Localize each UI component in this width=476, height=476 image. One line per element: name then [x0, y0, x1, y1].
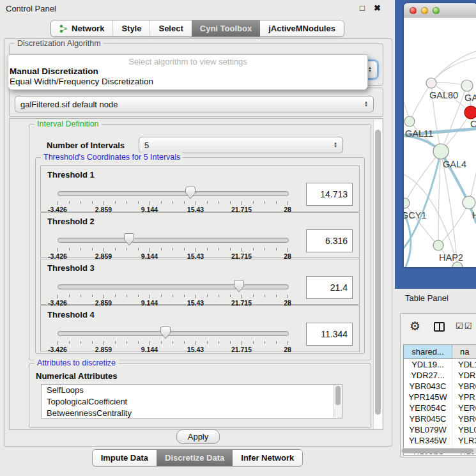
- column-visibility-icons[interactable]: ☑☑: [456, 321, 473, 331]
- popup-item-manual-discretization[interactable]: Manual Discretization: [10, 66, 98, 76]
- table-cell[interactable]: YBR0: [452, 381, 476, 392]
- table-cell[interactable]: YPR145W: [404, 392, 452, 403]
- threshold-label: Threshold 2: [47, 217, 95, 226]
- table-row[interactable]: YDR27...YDR2: [404, 370, 476, 381]
- table-cell[interactable]: YBL079W: [404, 424, 452, 435]
- table-row[interactable]: YPR145WYPR1: [404, 392, 476, 403]
- slider-tick: [161, 248, 162, 250]
- table-cell[interactable]: YDR2: [452, 370, 476, 381]
- table-cell[interactable]: YBR0: [452, 413, 476, 424]
- table-cell[interactable]: YDL19...: [404, 359, 452, 370]
- threshold-value-field[interactable]: 6.316: [306, 229, 353, 252]
- network-node[interactable]: [433, 144, 449, 159]
- network-node[interactable]: [433, 240, 443, 250]
- scrollbar-thumb[interactable]: [335, 386, 341, 405]
- column-header-shared-name[interactable]: shared...: [404, 345, 452, 358]
- float-panel-icon[interactable]: □: [360, 3, 365, 13]
- tab-infer-network[interactable]: Infer Network: [233, 450, 302, 466]
- column-header-name[interactable]: na: [452, 345, 476, 358]
- slider-thumb[interactable]: [124, 233, 134, 246]
- minimize-window-icon[interactable]: [421, 7, 428, 14]
- tab-cyni-toolbox[interactable]: Cyni Toolbox: [192, 20, 260, 36]
- slider-thumb[interactable]: [185, 187, 196, 199]
- scrollbar-thumb[interactable]: [375, 130, 381, 415]
- close-panel-icon[interactable]: ✖: [374, 3, 381, 13]
- threshold-slider[interactable]: -3.4262.8599.14415.4321.71528: [58, 187, 288, 212]
- table-cell[interactable]: YDR27...: [404, 370, 452, 381]
- settings-scrollbar[interactable]: [373, 119, 382, 429]
- table-cell[interactable]: YPR1: [452, 392, 476, 403]
- spinner-down-icon[interactable]: ▼: [368, 70, 372, 73]
- threshold-slider[interactable]: -3.4262.8599.14415.4321.71528: [58, 280, 288, 305]
- table-data-combobox[interactable]: galFiltered.sif default node ▲▼: [15, 96, 374, 112]
- threshold-value-field[interactable]: 11.344: [306, 323, 353, 346]
- network-node[interactable]: [452, 262, 463, 267]
- split-panel-icon[interactable]: [434, 322, 445, 332]
- slider-tick: [288, 201, 288, 205]
- list-item[interactable]: TopologicalCoefficient: [42, 396, 342, 408]
- table-cell[interactable]: YDL1: [452, 359, 476, 370]
- network-node[interactable]: [463, 196, 475, 209]
- close-window-icon[interactable]: [410, 7, 417, 14]
- list-item[interactable]: SelfLoops: [42, 385, 342, 396]
- list-scrollbar[interactable]: [334, 385, 342, 418]
- table-cell[interactable]: YER0: [452, 403, 476, 413]
- network-node[interactable]: [404, 116, 415, 127]
- network-node[interactable]: [464, 106, 476, 119]
- tab-discretize-data[interactable]: Discretize Data: [157, 450, 233, 466]
- slider-thumb[interactable]: [234, 280, 244, 293]
- table-cell[interactable]: YBR043C: [404, 381, 452, 392]
- threshold-slider[interactable]: -3.4262.8599.14415.4321.71528: [58, 326, 288, 352]
- slider-track[interactable]: [58, 191, 289, 196]
- bottom-tab-bar: Impute DataDiscretize DataInfer Network: [0, 449, 395, 465]
- table-horizontal-scrollbar[interactable]: [401, 448, 476, 454]
- network-edge: [404, 151, 441, 203]
- scrollbar-thumb[interactable]: [402, 449, 473, 453]
- slider-track[interactable]: [58, 331, 289, 336]
- network-node[interactable]: [404, 198, 410, 208]
- tab-jactivemnodules[interactable]: jActiveMNodules: [260, 20, 344, 36]
- network-window[interactable]: GAL80GACGAL11GAL4GCY1HHAP2: [404, 3, 476, 267]
- apply-button[interactable]: Apply: [176, 429, 220, 444]
- table-row[interactable]: YBL079WYBL0: [404, 424, 476, 435]
- checkbox-checked-icon[interactable]: ☑: [464, 321, 473, 331]
- table-row[interactable]: YER054CYER0: [404, 403, 476, 413]
- number-of-intervals-combobox[interactable]: 5 ▲▼: [139, 137, 343, 153]
- network-node[interactable]: [426, 78, 436, 88]
- slider-tick: [265, 201, 265, 204]
- table-cell[interactable]: YBL0: [452, 424, 476, 435]
- network-window-titlebar[interactable]: [404, 3, 476, 19]
- table-cell[interactable]: YER054C: [404, 403, 452, 413]
- slider-tick: [104, 201, 104, 205]
- tab-style[interactable]: Style: [112, 20, 150, 36]
- slider-tick: [138, 295, 139, 297]
- slider-track[interactable]: [58, 238, 289, 243]
- table-row[interactable]: YLR345WYLR3: [404, 435, 476, 446]
- popup-item-equal-width-frequency[interactable]: Equal Width/Frequency Discretization: [10, 77, 153, 86]
- table-cell[interactable]: YLR345W: [404, 435, 452, 446]
- slider-tick: [104, 295, 104, 298]
- thresholds-group: Threshold's Coordinates for 5 Intervals …: [35, 157, 365, 354]
- zoom-window-icon[interactable]: [433, 7, 440, 14]
- checkbox-checked-icon[interactable]: ☑: [456, 321, 464, 331]
- threshold-value-field[interactable]: 21.4: [306, 276, 353, 299]
- spinner-down-icon[interactable]: ▼: [364, 104, 368, 107]
- threshold-value-field[interactable]: 14.713: [306, 183, 353, 206]
- table-cell[interactable]: YBR045C: [404, 413, 452, 424]
- tab-impute-data[interactable]: Impute Data: [93, 450, 157, 466]
- table-row[interactable]: YBR043CYBR0: [404, 381, 476, 392]
- tab-network[interactable]: Network: [51, 20, 112, 36]
- network-canvas[interactable]: GAL80GACGAL11GAL4GCY1HHAP2: [404, 18, 476, 267]
- slider-thumb[interactable]: [160, 326, 171, 339]
- tab-select[interactable]: Select: [150, 20, 191, 36]
- list-item[interactable]: BetweennessCentrality: [42, 408, 342, 418]
- table-row[interactable]: YDL19...YDL1: [404, 359, 476, 370]
- threshold-slider[interactable]: -3.4262.8599.14415.4321.71528: [58, 233, 288, 259]
- table-cell[interactable]: YLR3: [452, 435, 476, 446]
- spinner-down-icon[interactable]: ▼: [334, 145, 337, 148]
- gear-icon[interactable]: ⚙: [410, 319, 420, 334]
- numerical-attributes-list[interactable]: SelfLoopsTopologicalCoefficientBetweenne…: [41, 384, 342, 418]
- table-row[interactable]: YBR045CYBR0: [404, 413, 476, 424]
- slider-track[interactable]: [58, 284, 289, 289]
- network-node[interactable]: [461, 80, 473, 91]
